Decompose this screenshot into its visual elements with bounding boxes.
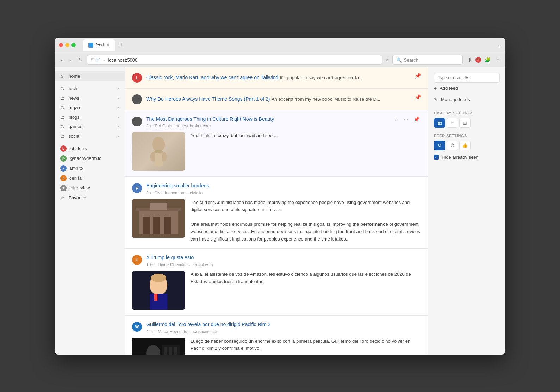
- svg-rect-11: [150, 294, 167, 310]
- sidebar-item-blogs[interactable]: 🗂 blogs ›: [55, 112, 125, 122]
- feed-recent-button[interactable]: ↺: [434, 141, 445, 150]
- article-text: Alexa, el asistente de voz de Amazon, le…: [191, 271, 421, 310]
- article-favicon: L: [132, 73, 142, 83]
- article-body: The current Administration has made impr…: [132, 199, 421, 243]
- folder-icon: 🗂: [60, 95, 66, 101]
- hachyderm-avatar: @: [60, 155, 67, 162]
- sidebar-feeds: L lobste.rs @ @hachyderm.io á ámbito ĉ c…: [55, 144, 125, 193]
- article-title-link[interactable]: Engineering smaller burdens: [146, 183, 209, 188]
- hide-seen-checkbox[interactable]: ✓: [434, 155, 439, 160]
- article-text: Luego de haber conseguido un enorme éxit…: [191, 338, 421, 355]
- manage-feeds-action[interactable]: ✎ Manage feeds: [434, 94, 500, 105]
- fullscreen-button[interactable]: [71, 43, 76, 47]
- sidebar-feed-ambito[interactable]: á ámbito: [55, 163, 125, 173]
- article-title-area: Engineering smaller burdens 3h · Civic I…: [146, 182, 209, 195]
- sidebar-home-label: home: [69, 74, 119, 79]
- thumb-trump-image: [132, 271, 185, 310]
- forward-button[interactable]: ›: [68, 56, 74, 64]
- back-button[interactable]: ‹: [59, 56, 65, 64]
- sidebar: ⌂ home 🗂 tech › 🗂 news › 🗂 mgzn ›: [55, 67, 125, 355]
- folder-icon: 🗂: [60, 114, 66, 120]
- chevron-right-icon: ›: [118, 124, 119, 129]
- sidebar-item-home[interactable]: ⌂ home: [55, 71, 125, 81]
- tab-favicon: 🌐: [88, 43, 93, 48]
- extensions-button[interactable]: 🧩: [483, 56, 493, 64]
- sidebar-item-tech[interactable]: 🗂 tech ›: [55, 84, 125, 93]
- thumb-toro-image: [132, 338, 185, 355]
- address-text: localhost:5000: [108, 57, 137, 63]
- lobsters-avatar: L: [60, 145, 67, 152]
- article-meta: 3h · Civic Innovations · civic.io: [146, 191, 209, 195]
- cenital-label: cenital: [69, 175, 83, 181]
- shield-icon: 🛡: [475, 57, 481, 63]
- search-bar[interactable]: 🔍 Search: [392, 55, 463, 65]
- checkmark-icon: ✓: [435, 155, 438, 159]
- sidebar-feed-hachyderm[interactable]: @ @hachyderm.io: [55, 154, 125, 163]
- app-body: ⌂ home 🗂 tech › 🗂 news › 🗂 mgzn ›: [55, 67, 505, 355]
- chevron-right-icon: ›: [118, 96, 119, 100]
- sidebar-item-games[interactable]: 🗂 games ›: [55, 122, 125, 131]
- article-meta: 10m · Diane Chevalier · cenital.com: [146, 262, 213, 267]
- add-feed-action[interactable]: + Add feed: [434, 83, 500, 94]
- article-title-link[interactable]: Guillermo del Toro revela por qué no dir…: [146, 322, 270, 327]
- hide-seen-row: ✓ Hide already seen: [434, 155, 500, 160]
- favorites-label: Favorites: [69, 195, 87, 200]
- search-icon: 🔍: [396, 57, 402, 63]
- article-meta: 44m · Maca Reynolds · lacosacine.com: [146, 329, 270, 334]
- feed-time-button[interactable]: ⏱: [447, 141, 458, 150]
- minimize-button[interactable]: [65, 43, 69, 47]
- article-title-link[interactable]: A Trump le gusta esto: [146, 255, 194, 260]
- feed-like-button[interactable]: 👍: [459, 141, 471, 150]
- sidebar-item-news[interactable]: 🗂 news ›: [55, 93, 125, 103]
- mit-label: mit review: [69, 185, 90, 191]
- sidebar-mgzn-label: mgzn: [69, 105, 115, 110]
- download-button[interactable]: ⬇: [466, 56, 474, 64]
- sidebar-item-social[interactable]: 🗂 social ›: [55, 131, 125, 141]
- article-favicon: [132, 117, 142, 126]
- tab-close-button[interactable]: ✕: [107, 43, 110, 47]
- article-body: You think I'm crazy, but just wait and s…: [132, 132, 421, 171]
- sidebar-feed-mit[interactable]: ★ mit review: [55, 183, 125, 193]
- article-item: L Classic rock, Mario Kart, and why we c…: [125, 67, 428, 89]
- bookmark-button[interactable]: ☆: [385, 57, 390, 63]
- sidebar-feed-lobsters[interactable]: L lobste.rs: [55, 144, 125, 154]
- folder-icon: 🗂: [60, 86, 66, 91]
- plus-icon: +: [434, 86, 437, 91]
- sidebar-tech-label: tech: [69, 86, 115, 91]
- article-thumbnail: [132, 132, 185, 171]
- article-header: Why Do Heroes Always Have Theme Songs (P…: [132, 94, 421, 104]
- svg-rect-20: [174, 347, 177, 355]
- lobsters-label: lobste.rs: [69, 146, 87, 151]
- article-body: Alexa, el asistente de voz de Amazon, le…: [132, 271, 421, 310]
- article-title-link[interactable]: The Most Dangerous Thing in Culture Righ…: [146, 116, 274, 122]
- sidebar-feed-cenital[interactable]: ĉ cenital: [55, 173, 125, 183]
- address-bar[interactable]: 🛡 📄 ↔ localhost:5000: [87, 55, 382, 65]
- star-button[interactable]: ☆: [393, 116, 400, 123]
- tab-area: 🌐 feedi ✕ +: [83, 39, 125, 51]
- sidebar-social-label: social: [69, 133, 115, 139]
- refresh-button[interactable]: ↻: [76, 56, 84, 64]
- display-compact-button[interactable]: ⊟: [459, 118, 471, 128]
- url-input[interactable]: [434, 73, 500, 83]
- ambito-avatar: á: [60, 165, 67, 172]
- new-tab-button[interactable]: +: [117, 41, 125, 50]
- svg-rect-6: [164, 217, 171, 234]
- svg-point-0: [152, 137, 165, 152]
- close-button[interactable]: [59, 43, 63, 47]
- more-button[interactable]: ⋯: [402, 116, 410, 123]
- title-bar: 🌐 feedi ✕ + ⌄: [55, 38, 505, 53]
- sidebar-item-favorites[interactable]: ☆ Favorites: [55, 193, 125, 203]
- sidebar-item-mgzn[interactable]: 🗂 mgzn ›: [55, 103, 125, 112]
- menu-button[interactable]: ≡: [494, 56, 501, 64]
- article-excerpt: It's popular to say we can't agree on Ta…: [280, 75, 363, 80]
- pin-icon: 📌: [415, 94, 421, 100]
- sidebar-categories: 🗂 tech › 🗂 news › 🗂 mgzn › 🗂 blogs: [55, 84, 125, 141]
- pin-button[interactable]: 📌: [412, 116, 421, 123]
- active-tab[interactable]: 🌐 feedi ✕: [83, 39, 115, 51]
- display-list-button[interactable]: ≡: [447, 118, 458, 128]
- svg-point-13: [151, 274, 166, 282]
- display-card-button[interactable]: ▦: [434, 118, 445, 128]
- article-title-link[interactable]: Classic rock, Mario Kart, and why we can…: [146, 75, 278, 80]
- traffic-lights: [59, 43, 76, 47]
- article-title-link[interactable]: Why Do Heroes Always Have Theme Songs (P…: [146, 96, 270, 102]
